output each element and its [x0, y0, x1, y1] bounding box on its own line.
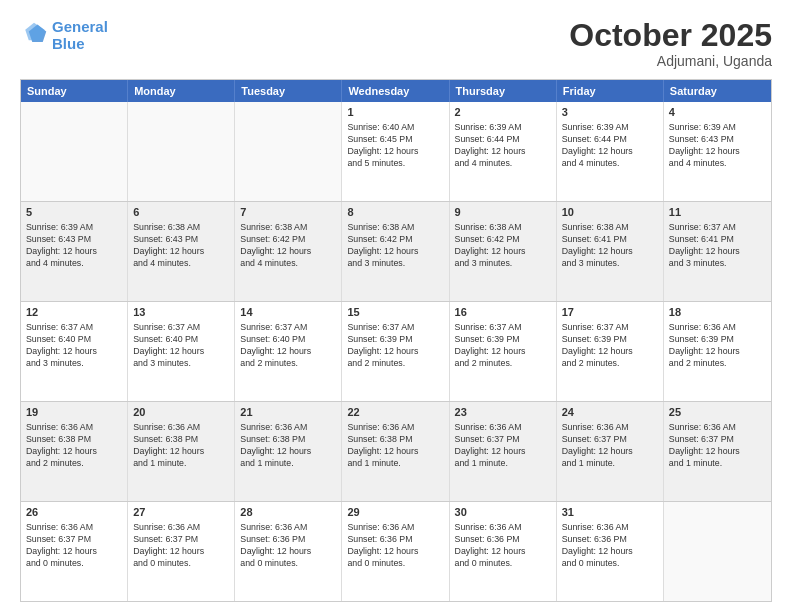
cell-info: and 0 minutes. [240, 558, 336, 570]
cell-info: Sunrise: 6:39 AM [669, 122, 766, 134]
logo: General Blue [20, 18, 108, 53]
cell-info: Sunrise: 6:36 AM [455, 522, 551, 534]
cell-info: Sunrise: 6:36 AM [26, 422, 122, 434]
cell-info: and 3 minutes. [133, 358, 229, 370]
cell-info: Daylight: 12 hours [455, 346, 551, 358]
cell-info: Daylight: 12 hours [455, 146, 551, 158]
cell-info: and 2 minutes. [669, 358, 766, 370]
cell-info: Sunrise: 6:36 AM [562, 422, 658, 434]
cell-info: Sunrise: 6:38 AM [347, 222, 443, 234]
day-number: 25 [669, 405, 766, 420]
cell-info: Sunrise: 6:37 AM [133, 322, 229, 334]
cell-info: Daylight: 12 hours [133, 246, 229, 258]
logo-icon [20, 21, 48, 49]
cell-info: Sunset: 6:36 PM [240, 534, 336, 546]
cell-info: Sunrise: 6:38 AM [133, 222, 229, 234]
day-number: 31 [562, 505, 658, 520]
day-number: 18 [669, 305, 766, 320]
cell-info: and 4 minutes. [562, 158, 658, 170]
cell-info: Sunset: 6:36 PM [347, 534, 443, 546]
cell-info: Daylight: 12 hours [26, 346, 122, 358]
cell-info: Daylight: 12 hours [240, 346, 336, 358]
cell-info: and 3 minutes. [26, 358, 122, 370]
cell-info: Sunrise: 6:37 AM [26, 322, 122, 334]
cell-info: and 4 minutes. [669, 158, 766, 170]
day-number: 29 [347, 505, 443, 520]
cell-info: Daylight: 12 hours [562, 246, 658, 258]
calendar-cell: 2Sunrise: 6:39 AMSunset: 6:44 PMDaylight… [450, 102, 557, 201]
cell-info: Sunset: 6:40 PM [26, 334, 122, 346]
cell-info: Daylight: 12 hours [455, 446, 551, 458]
day-number: 15 [347, 305, 443, 320]
calendar-cell: 1Sunrise: 6:40 AMSunset: 6:45 PMDaylight… [342, 102, 449, 201]
cell-info: Daylight: 12 hours [455, 546, 551, 558]
location: Adjumani, Uganda [569, 53, 772, 69]
cell-info: Sunset: 6:43 PM [669, 134, 766, 146]
cell-info: Sunrise: 6:40 AM [347, 122, 443, 134]
cell-info: Sunset: 6:41 PM [562, 234, 658, 246]
cell-info: Daylight: 12 hours [240, 246, 336, 258]
cell-info: and 1 minute. [669, 458, 766, 470]
calendar-cell: 14Sunrise: 6:37 AMSunset: 6:40 PMDayligh… [235, 302, 342, 401]
cell-info: Sunrise: 6:36 AM [26, 522, 122, 534]
calendar-cell [21, 102, 128, 201]
cell-info: and 0 minutes. [455, 558, 551, 570]
day-number: 22 [347, 405, 443, 420]
day-number: 11 [669, 205, 766, 220]
cell-info: Sunrise: 6:38 AM [240, 222, 336, 234]
day-number: 28 [240, 505, 336, 520]
cell-info: Daylight: 12 hours [669, 246, 766, 258]
cell-info: Daylight: 12 hours [347, 346, 443, 358]
cell-info: and 0 minutes. [26, 558, 122, 570]
calendar-cell: 24Sunrise: 6:36 AMSunset: 6:37 PMDayligh… [557, 402, 664, 501]
cell-info: and 2 minutes. [26, 458, 122, 470]
calendar-row-5: 26Sunrise: 6:36 AMSunset: 6:37 PMDayligh… [21, 501, 771, 601]
calendar-row-1: 1Sunrise: 6:40 AMSunset: 6:45 PMDaylight… [21, 102, 771, 201]
cell-info: Daylight: 12 hours [347, 546, 443, 558]
cell-info: Sunset: 6:39 PM [669, 334, 766, 346]
cell-info: Sunrise: 6:36 AM [347, 422, 443, 434]
day-number: 20 [133, 405, 229, 420]
day-number: 2 [455, 105, 551, 120]
cell-info: Sunrise: 6:36 AM [240, 422, 336, 434]
calendar: SundayMondayTuesdayWednesdayThursdayFrid… [20, 79, 772, 602]
header-day-tuesday: Tuesday [235, 80, 342, 102]
calendar-cell: 13Sunrise: 6:37 AMSunset: 6:40 PMDayligh… [128, 302, 235, 401]
cell-info: Sunset: 6:38 PM [26, 434, 122, 446]
cell-info: Daylight: 12 hours [455, 246, 551, 258]
calendar-row-3: 12Sunrise: 6:37 AMSunset: 6:40 PMDayligh… [21, 301, 771, 401]
calendar-cell: 23Sunrise: 6:36 AMSunset: 6:37 PMDayligh… [450, 402, 557, 501]
calendar-body: 1Sunrise: 6:40 AMSunset: 6:45 PMDaylight… [21, 102, 771, 601]
cell-info: and 2 minutes. [455, 358, 551, 370]
cell-info: Sunrise: 6:36 AM [240, 522, 336, 534]
title-block: October 2025 Adjumani, Uganda [569, 18, 772, 69]
logo-general: General [52, 18, 108, 35]
cell-info: and 4 minutes. [26, 258, 122, 270]
cell-info: Daylight: 12 hours [240, 546, 336, 558]
cell-info: Daylight: 12 hours [347, 446, 443, 458]
cell-info: Sunrise: 6:37 AM [240, 322, 336, 334]
day-number: 13 [133, 305, 229, 320]
cell-info: Sunset: 6:36 PM [562, 534, 658, 546]
calendar-cell: 29Sunrise: 6:36 AMSunset: 6:36 PMDayligh… [342, 502, 449, 601]
cell-info: Sunset: 6:39 PM [562, 334, 658, 346]
cell-info: Sunset: 6:40 PM [133, 334, 229, 346]
calendar-cell: 17Sunrise: 6:37 AMSunset: 6:39 PMDayligh… [557, 302, 664, 401]
cell-info: Sunset: 6:40 PM [240, 334, 336, 346]
header-day-friday: Friday [557, 80, 664, 102]
cell-info: and 0 minutes. [347, 558, 443, 570]
calendar-cell: 11Sunrise: 6:37 AMSunset: 6:41 PMDayligh… [664, 202, 771, 301]
day-number: 17 [562, 305, 658, 320]
cell-info: Sunset: 6:43 PM [133, 234, 229, 246]
cell-info: and 3 minutes. [455, 258, 551, 270]
day-number: 9 [455, 205, 551, 220]
cell-info: Daylight: 12 hours [669, 346, 766, 358]
cell-info: and 2 minutes. [562, 358, 658, 370]
cell-info: Sunrise: 6:37 AM [347, 322, 443, 334]
cell-info: Sunset: 6:37 PM [26, 534, 122, 546]
calendar-row-2: 5Sunrise: 6:39 AMSunset: 6:43 PMDaylight… [21, 201, 771, 301]
cell-info: and 4 minutes. [133, 258, 229, 270]
cell-info: and 4 minutes. [455, 158, 551, 170]
cell-info: Sunset: 6:45 PM [347, 134, 443, 146]
day-number: 6 [133, 205, 229, 220]
